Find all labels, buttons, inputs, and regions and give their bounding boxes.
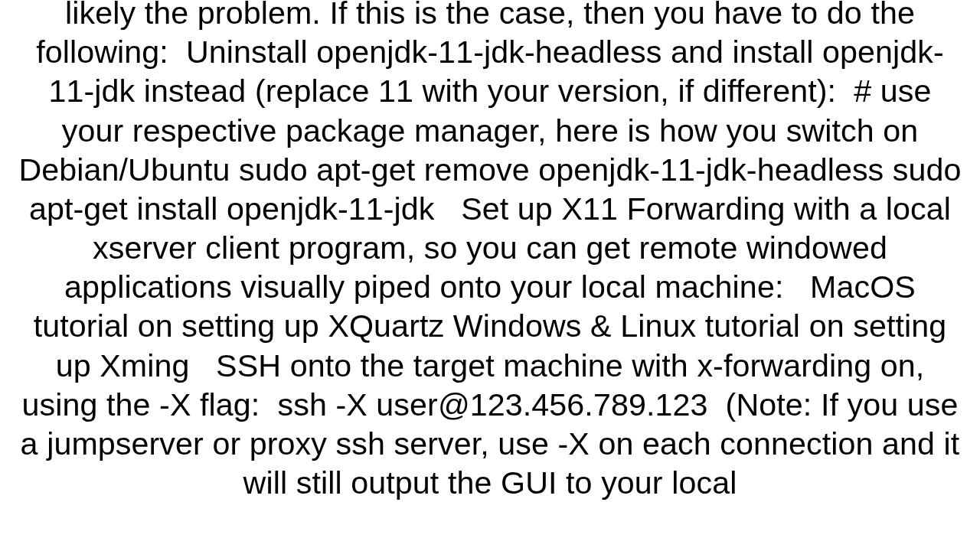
body-text: likely the problem. If this is the case,… — [14, 0, 966, 503]
document-page: likely the problem. If this is the case,… — [0, 0, 980, 551]
